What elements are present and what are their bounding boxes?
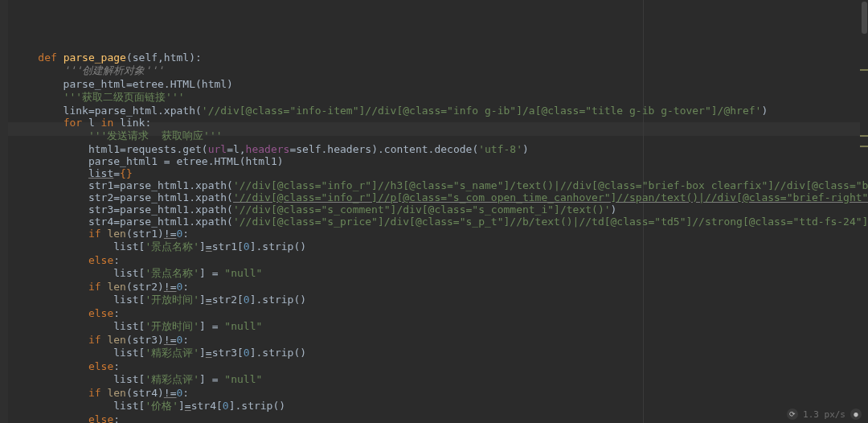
gutter[interactable] [0,0,8,423]
editor-pane: def parse_page(self,html): '''创建解析对象''' … [0,0,868,423]
scrollbar-thumb[interactable] [862,2,867,34]
code-area[interactable]: def parse_page(self,html): '''创建解析对象''' … [8,0,868,423]
code-text[interactable]: def parse_page(self,html): '''创建解析对象''' … [13,51,868,423]
